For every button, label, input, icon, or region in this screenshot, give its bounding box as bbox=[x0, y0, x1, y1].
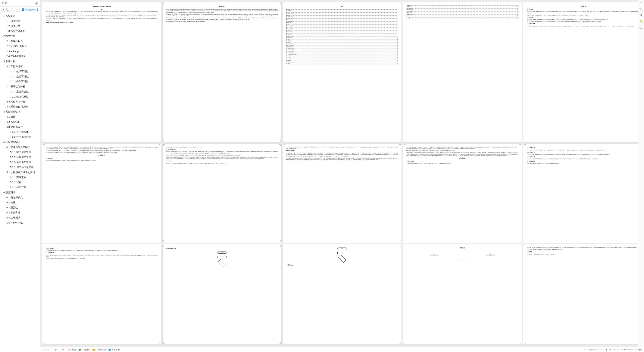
toc-item[interactable]: 3.4 系统流程和逻辑 bbox=[0, 104, 40, 109]
page-thumb-1[interactable]: 停车场微信小程序的设计与实现 摘要 随着信息技术在管理上越来越深入而广泛的应用，… bbox=[42, 2, 161, 142]
toc-list[interactable]: ⌄1 系统概述1.1 研究背景1.2 研究目的1.3 系统设计思想⌄2 相关技术… bbox=[0, 13, 40, 352]
page-thumb-10[interactable]: 3.1.1 技术可行性 本停车场微信小程序采用SSM框架，JAVA作为开发语言，… bbox=[523, 144, 642, 243]
spell-check-button[interactable]: 拼写检查 bbox=[68, 348, 76, 351]
toc-item[interactable]: 5.1.1 车主信息管理 bbox=[0, 150, 40, 155]
history-icon[interactable]: 🕐 bbox=[639, 26, 643, 29]
zoom-control[interactable]: ▦ ▤ ▭ − + 45% bbox=[605, 348, 642, 351]
page-thumb-11[interactable]: 3.2.2 数据完整性 （1）对于数据完整性的需求来讲，防止用户信息不完整的情况… bbox=[42, 244, 161, 344]
toc-item[interactable]: ⌄5.2 小程序用户模块的实现 bbox=[0, 170, 40, 175]
settings-icon[interactable]: ⚙ bbox=[639, 14, 643, 17]
page-thumb-2[interactable]: Abstract With the deepening and extensiv… bbox=[162, 2, 282, 142]
toc-item[interactable]: ⌄2 相关技术 bbox=[0, 34, 40, 39]
page-thumb-3[interactable]: 目录 1 系统概述11.1 研究背景11.2 研究目的11.3 系统设计思想12… bbox=[283, 2, 402, 142]
toc-item[interactable]: ⌄4 系统概要设计 bbox=[0, 109, 40, 114]
toc-item[interactable]: ⌄3 系统分析 bbox=[0, 59, 40, 64]
page-indicator[interactable]: 页：1/32 bbox=[42, 348, 50, 351]
chevron-down-icon[interactable]: ⌄ bbox=[4, 171, 6, 174]
toc-item[interactable]: ⌄3.1 可行性分析 bbox=[0, 64, 40, 69]
toc-item[interactable]: 3.1.3 操作可行性 bbox=[0, 79, 40, 84]
chevron-down-icon[interactable]: ⌄ bbox=[1, 191, 4, 194]
toc-item[interactable]: 2.4 SSM 框架简介 bbox=[0, 54, 40, 59]
chevron-down-icon[interactable]: ⌄ bbox=[4, 85, 6, 88]
toc-item[interactable]: 2.2 MYSQL 数据库 bbox=[0, 44, 40, 49]
toc-item[interactable]: ⌄4.3.数据库设计 bbox=[0, 125, 40, 130]
toc-item[interactable]: 4.1 概述 bbox=[0, 114, 40, 119]
close-icon[interactable]: ✕ bbox=[35, 2, 38, 5]
section-head: 2.2 MYSQL 数据库 bbox=[166, 148, 278, 150]
chevron-down-icon[interactable]: ⌄ bbox=[4, 65, 6, 68]
chevron-down-icon[interactable]: ⌄ bbox=[4, 125, 6, 129]
toc-item[interactable]: 6.2 特性 bbox=[0, 200, 40, 205]
proof-button[interactable]: 文档校对 bbox=[78, 348, 90, 351]
view-mode-icon[interactable]: ▤ bbox=[609, 348, 612, 351]
toc-item[interactable]: 4.3.1 数据库实体 bbox=[0, 129, 40, 135]
toc-item[interactable]: 3.1.2 经济可行性 bbox=[0, 74, 40, 79]
toc-item[interactable]: 6.6 可用性测试 bbox=[0, 220, 40, 226]
toc-item[interactable]: ⌄6 系统测试 bbox=[0, 190, 40, 195]
chevron-down-icon[interactable]: ⌄ bbox=[1, 141, 4, 144]
zoom-out-icon[interactable]: − bbox=[617, 348, 620, 351]
page-thumb-15[interactable]: 概念上理解，测试是一个试图发现程序错误的过程。测试是软件开发中重要的一部分，它可… bbox=[523, 244, 642, 344]
level-icon[interactable]: ⬚ bbox=[6, 8, 10, 12]
chevron-down-icon[interactable]: ⌄ bbox=[1, 110, 4, 113]
arch-diagram: 客户端 Web服务器 bbox=[406, 253, 518, 256]
toc-item[interactable]: 5.2.2 停车场信息管理 bbox=[0, 165, 40, 170]
toc-item[interactable]: 3.2.2 数据完整性 bbox=[0, 94, 40, 99]
page-thumb-5[interactable]: 1 系统概述 1.1 研究背景 如今互联网高速发展，网络遍布全球，通过互联网发布… bbox=[523, 2, 642, 142]
page-thumb-8[interactable]: DCloud公司拥有800万开发者用户，几十万应用案例和12亿手机端月活用户，基… bbox=[283, 144, 402, 243]
page-thumb-14[interactable]: 执行过程 客户端 Web服务器 数据库 bbox=[403, 244, 522, 344]
page-thumb-7[interactable]: 目前微信还在持续健康发展。目前小程序已经覆盖了许多领域。现在还支持 uni-ap… bbox=[162, 144, 282, 243]
protect-button[interactable]: 文档未保护 bbox=[92, 348, 106, 351]
collapse-icon[interactable]: ▾ bbox=[2, 8, 5, 12]
body-text: 随着信息技术在管理上越来越深入而广泛的应用，管理信息系统的实施在技术上已逐步成熟… bbox=[46, 11, 158, 14]
word-count[interactable]: 字数：11340 bbox=[53, 348, 65, 351]
zoom-slider[interactable] bbox=[622, 349, 633, 350]
toc-item[interactable]: 3.1.1 技术可行性 bbox=[0, 69, 40, 74]
expand-icon[interactable]: + bbox=[11, 8, 15, 12]
page-title: 1 系统概述 bbox=[527, 5, 639, 7]
toc-item[interactable]: 6.4 测试方法 bbox=[0, 210, 40, 215]
smart-toc-button[interactable]: ✦ 智能识别目录 bbox=[22, 8, 39, 11]
toc-item[interactable]: 5.2.3 停车订单 bbox=[0, 185, 40, 190]
toc-item[interactable]: 5.2.2 我的 bbox=[0, 180, 40, 185]
toc-item[interactable]: 5.2.1 商家审核 bbox=[0, 175, 40, 180]
toc-item[interactable]: 6.3 重要性 bbox=[0, 205, 40, 210]
cloud-button[interactable]: 内容备份 bbox=[108, 348, 120, 351]
toc-item[interactable]: 5.1.3 预约停车管理 bbox=[0, 160, 40, 165]
page-thumb-4[interactable]: 6.3 重要性216.4 测试方法226.5 功能测试226.6 可用性测试23… bbox=[403, 2, 522, 142]
toc-item[interactable]: 6.5 功能测试 bbox=[0, 215, 40, 220]
toc-item[interactable]: 1.3 系统设计思想 bbox=[0, 29, 40, 34]
toc-item[interactable]: 4.3.2 数据库设计表 bbox=[0, 135, 40, 140]
toc-item[interactable]: 1.2 研究目的 bbox=[0, 24, 40, 29]
zoom-in-icon[interactable]: + bbox=[634, 348, 637, 351]
toc-item[interactable]: 6.1 概念和意义 bbox=[0, 195, 40, 200]
toc-item[interactable]: ⌄5.1 管理员模块的实现 bbox=[0, 145, 40, 150]
toc-item[interactable]: 5.1.2 商家信息管理 bbox=[0, 155, 40, 160]
page-thumb-13[interactable]: 开始 输入注册信息 4.2 系统结构 bbox=[283, 244, 402, 344]
shrink-icon[interactable]: − bbox=[16, 8, 20, 12]
toc-item[interactable]: 3.2.1 系统安全性 bbox=[0, 89, 40, 94]
toc-item[interactable]: 2.3 uni-app bbox=[0, 49, 40, 54]
bookmark-icon[interactable]: ☰ bbox=[639, 2, 643, 5]
ai-icon[interactable]: ✨ bbox=[639, 20, 643, 23]
page-thumb-6[interactable]: 目标的设计系统平衡速度容易。系统开发者一定要系统的分析系统的功能结构，分析系统功… bbox=[42, 144, 161, 243]
toc-item[interactable]: ⌄1 系统概述 bbox=[0, 14, 40, 19]
view-mode-icon[interactable]: ▦ bbox=[605, 348, 608, 351]
view-mode-icon[interactable]: ▭ bbox=[613, 348, 616, 351]
zoom-value[interactable]: 45% bbox=[638, 348, 642, 351]
chevron-down-icon[interactable]: ⌄ bbox=[1, 60, 4, 63]
chevron-down-icon[interactable]: ⌄ bbox=[4, 146, 6, 149]
toc-item[interactable]: 2.1 微信小程序 bbox=[0, 39, 40, 44]
chevron-down-icon[interactable]: ⌄ bbox=[1, 35, 4, 38]
toc-item[interactable]: 4.2 系统结构 bbox=[0, 119, 40, 125]
more-menu-icon[interactable] bbox=[633, 345, 636, 346]
page-grid[interactable]: 停车场微信小程序的设计与实现 摘要 随着信息技术在管理上越来越深入而广泛的应用，… bbox=[40, 0, 644, 346]
toc-item[interactable]: ⌄3.2 系统性能分析 bbox=[0, 84, 40, 89]
toc-item[interactable]: 3.3 系统界面分析 bbox=[0, 99, 40, 104]
toc-item[interactable]: 1.1 研究背景 bbox=[0, 19, 40, 24]
toc-item[interactable]: ⌄5 系统详细实现 bbox=[0, 140, 40, 145]
search-icon[interactable]: 🔍 bbox=[639, 8, 643, 11]
chevron-down-icon[interactable]: ⌄ bbox=[1, 15, 4, 18]
page-thumb-9[interactable]: 本停车场微信小程序是一种比较典型的互联网应用，同时也是目前一个比较热门的应用。任… bbox=[403, 144, 522, 243]
page-thumb-12[interactable]: 3.4 系统流程和逻辑 开始 输入用户信息 bbox=[162, 244, 282, 344]
